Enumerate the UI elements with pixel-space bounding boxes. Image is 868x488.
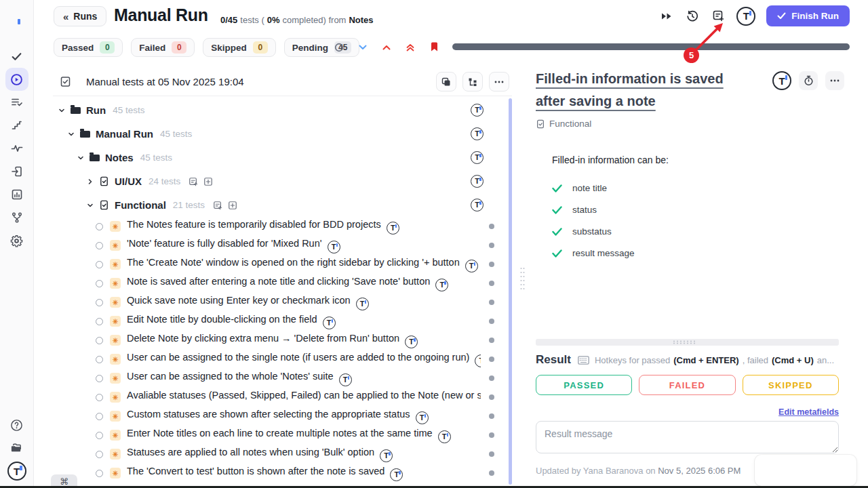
detail-test-title[interactable]: Filled-in information is saved after sav… bbox=[536, 64, 747, 113]
suite-row-run[interactable]: Run 45 tests bbox=[53, 98, 512, 122]
panel-resize-handle[interactable] bbox=[519, 266, 526, 291]
test-row[interactable]: ✳Enter Note titles on each line to creat… bbox=[53, 426, 512, 445]
steps-icon[interactable] bbox=[5, 114, 28, 137]
test-row[interactable]: ✳Note is saved after entering a note tit… bbox=[53, 274, 512, 293]
status-circle-icon[interactable] bbox=[96, 242, 103, 249]
test-row[interactable]: ✳'Note' feature is fully disabled for 'M… bbox=[53, 236, 512, 255]
finish-run-button[interactable]: Finish Run bbox=[766, 5, 850, 26]
chevron-right-icon[interactable] bbox=[87, 178, 94, 185]
test-row[interactable]: ✳User can be assigned to the single note… bbox=[53, 350, 512, 369]
status-circle-icon[interactable] bbox=[96, 337, 103, 344]
import-icon[interactable] bbox=[5, 160, 28, 183]
edit-metafields-link[interactable]: Edit metafields bbox=[778, 407, 839, 417]
circle-status-icon[interactable] bbox=[334, 43, 344, 52]
add-note-icon[interactable] bbox=[213, 201, 222, 210]
run-play-icon[interactable] bbox=[5, 68, 28, 91]
assignee-avatar-icon[interactable] bbox=[339, 373, 352, 386]
assignee-avatar-icon[interactable] bbox=[435, 279, 448, 291]
test-row[interactable]: ✳Statuses are applied to all notes when … bbox=[53, 445, 512, 464]
user-avatar-icon[interactable] bbox=[5, 460, 28, 483]
hierarchy-icon[interactable] bbox=[462, 72, 483, 92]
filter-failed[interactable]: Failed 0 bbox=[131, 38, 195, 57]
chevron-up-icon[interactable] bbox=[382, 45, 391, 50]
assignee-avatar-icon[interactable] bbox=[328, 241, 340, 253]
detail-suite-link[interactable]: Functional bbox=[536, 119, 851, 129]
result-resize-handle[interactable] bbox=[536, 339, 839, 346]
suite-row-notes[interactable]: Notes 45 tests bbox=[53, 146, 512, 169]
status-circle-icon[interactable] bbox=[96, 432, 103, 439]
test-row[interactable]: ✳Quick save note using Enter key or chec… bbox=[53, 293, 512, 312]
branch-icon[interactable] bbox=[5, 206, 28, 229]
suite-row-functional[interactable]: Functional 21 tests bbox=[53, 193, 512, 217]
assignee-avatar-icon[interactable] bbox=[387, 222, 399, 235]
help-icon[interactable] bbox=[5, 413, 28, 436]
test-row[interactable]: ✳Avaliable statuses (Passed, Skipped, Fa… bbox=[53, 388, 512, 407]
add-test-icon[interactable] bbox=[203, 177, 213, 186]
assignee-avatar-icon[interactable] bbox=[471, 199, 484, 211]
chevron-down-icon[interactable] bbox=[68, 131, 75, 138]
add-test-icon[interactable] bbox=[228, 201, 237, 210]
status-circle-icon[interactable] bbox=[96, 299, 103, 306]
add-note-icon[interactable] bbox=[189, 177, 198, 186]
status-circle-icon[interactable] bbox=[96, 261, 103, 268]
assignee-avatar-icon[interactable] bbox=[471, 127, 484, 140]
assignee-avatar-icon[interactable] bbox=[471, 151, 484, 164]
filter-passed[interactable]: Passed 0 bbox=[54, 38, 123, 57]
more-menu-icon[interactable] bbox=[489, 72, 509, 92]
status-circle-icon[interactable] bbox=[96, 223, 103, 230]
assignee-avatar-icon[interactable] bbox=[772, 71, 791, 90]
copy-icon[interactable] bbox=[436, 72, 456, 92]
fast-forward-icon[interactable] bbox=[659, 9, 674, 24]
assignee-avatar-icon[interactable] bbox=[323, 317, 336, 329]
status-circle-icon[interactable] bbox=[96, 375, 103, 382]
test-row[interactable]: ✳User can be assigned to the whole 'Note… bbox=[53, 369, 512, 388]
chevron-down-icon[interactable] bbox=[77, 155, 84, 161]
assignee-avatar-icon[interactable] bbox=[465, 260, 478, 272]
status-circle-icon[interactable] bbox=[96, 413, 103, 420]
failed-button[interactable]: FAILED bbox=[639, 375, 735, 395]
test-row[interactable]: ✳The 'Create Note' window is opened on t… bbox=[53, 255, 512, 274]
chevron-down-icon[interactable] bbox=[58, 107, 65, 114]
chevron-down-icon[interactable] bbox=[358, 45, 368, 50]
assignee-avatar-icon[interactable] bbox=[475, 354, 481, 367]
assignee-avatar-icon[interactable] bbox=[356, 298, 369, 310]
assignee-avatar-icon[interactable] bbox=[390, 468, 403, 481]
passed-button[interactable]: PASSED bbox=[536, 375, 632, 395]
timer-icon[interactable] bbox=[799, 71, 818, 90]
filter-skipped[interactable]: Skipped 0 bbox=[203, 38, 276, 57]
assignee-avatar-icon[interactable] bbox=[471, 175, 484, 188]
assignee-avatar-icon[interactable] bbox=[416, 411, 429, 424]
double-chevron-up-icon[interactable] bbox=[406, 43, 415, 52]
status-circle-icon[interactable] bbox=[96, 280, 103, 287]
report-chart-icon[interactable] bbox=[5, 183, 28, 206]
testomat-logo-icon[interactable] bbox=[5, 7, 28, 30]
list-check-icon[interactable] bbox=[5, 91, 28, 114]
status-circle-icon[interactable] bbox=[96, 470, 103, 477]
test-row[interactable]: ✳Delete Note by clicking extra menu → 'D… bbox=[53, 331, 512, 350]
chevron-down-icon[interactable] bbox=[87, 202, 94, 209]
suite-row-uiux[interactable]: UI/UX 24 tests bbox=[53, 169, 512, 193]
skipped-button[interactable]: SKIPPED bbox=[743, 375, 839, 395]
settings-gear-icon[interactable] bbox=[5, 229, 28, 252]
assignee-avatar-icon[interactable] bbox=[438, 430, 451, 443]
assignee-avatar-icon[interactable] bbox=[471, 104, 484, 117]
status-circle-icon[interactable] bbox=[96, 394, 103, 401]
suite-row-manual-run[interactable]: Manual Run 45 tests bbox=[53, 122, 512, 146]
assignee-avatar-icon[interactable] bbox=[380, 449, 393, 462]
pulse-icon[interactable] bbox=[5, 137, 28, 160]
test-row[interactable]: ✳The 'Convert to test' button is shown a… bbox=[53, 464, 512, 483]
assignee-avatar-icon[interactable] bbox=[405, 336, 418, 348]
status-circle-icon[interactable] bbox=[96, 356, 103, 363]
status-circle-icon[interactable] bbox=[96, 451, 103, 458]
back-to-runs-button[interactable]: « Runs bbox=[54, 6, 106, 26]
test-row[interactable]: ✳The Notes feature is temporarily disabl… bbox=[53, 217, 512, 236]
tree-scrollbar[interactable] bbox=[509, 98, 512, 485]
check-icon[interactable] bbox=[5, 45, 28, 68]
status-circle-icon[interactable] bbox=[96, 318, 103, 325]
test-row[interactable]: ✳Edit Note title by double-clicking on t… bbox=[53, 312, 512, 331]
result-message-input[interactable] bbox=[536, 421, 839, 453]
test-row[interactable]: ✳Custom statuses are shown after selecti… bbox=[53, 407, 512, 426]
bookmark-icon[interactable] bbox=[429, 42, 439, 52]
projects-folder-icon[interactable] bbox=[5, 436, 28, 460]
user-avatar-icon[interactable] bbox=[736, 7, 755, 26]
